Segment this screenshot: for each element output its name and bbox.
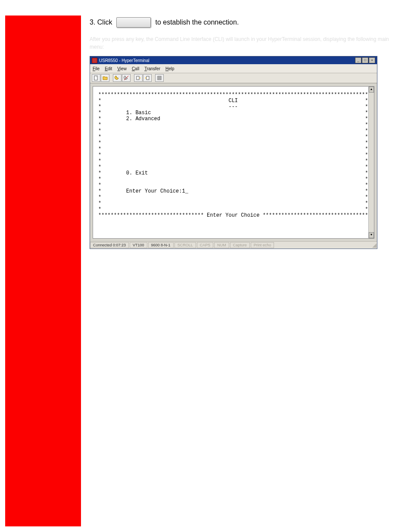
status-scroll: SCROLL — [174, 242, 196, 248]
main-content: 3. Click to establish the connection. Af… — [90, 17, 400, 249]
window-titlebar: USR8550 - HyperTerminal _ □ × — [90, 56, 377, 64]
status-capture: Capture — [230, 242, 250, 248]
app-icon — [92, 58, 97, 63]
window-title: USR8550 - HyperTerminal — [99, 58, 149, 63]
menu-bar: File Edit View Call Transfer Help — [90, 64, 377, 73]
window-control-buttons: _ □ × — [355, 57, 375, 63]
toolbar — [90, 73, 377, 84]
status-num: NUM — [214, 242, 229, 248]
phone-connect-icon[interactable] — [113, 74, 121, 82]
minimize-button[interactable]: _ — [355, 57, 361, 63]
resize-grip-icon[interactable] — [371, 242, 377, 248]
new-doc-icon[interactable] — [92, 74, 100, 82]
status-caps: CAPS — [197, 242, 214, 248]
cli-output: ****************************************… — [93, 87, 374, 220]
status-echo: Print echo — [251, 242, 274, 248]
step-3-row: 3. Click to establish the connection. — [90, 17, 400, 28]
intro-paragraph: After you press any key, the Command Lin… — [90, 35, 400, 51]
menu-transfer[interactable]: Transfer — [144, 66, 160, 71]
menu-view[interactable]: View — [117, 66, 127, 71]
status-connected: Connected 0:07:23 — [90, 242, 129, 248]
properties-icon[interactable] — [155, 74, 164, 82]
ok-button-illustration — [116, 17, 151, 28]
open-folder-icon[interactable] — [101, 74, 109, 82]
terminal-body[interactable]: ▲ ▼ ************************************… — [93, 86, 374, 239]
phone-disconnect-icon[interactable] — [122, 74, 131, 82]
svg-rect-2 — [137, 76, 139, 80]
maximize-button[interactable]: □ — [362, 57, 368, 63]
svg-rect-0 — [94, 76, 97, 80]
svg-rect-3 — [146, 76, 149, 80]
scroll-down-icon[interactable]: ▼ — [369, 232, 374, 238]
scroll-up-icon[interactable]: ▲ — [369, 87, 374, 93]
hyperterminal-window: USR8550 - HyperTerminal _ □ × File Edit … — [90, 56, 377, 249]
close-button[interactable]: × — [369, 57, 375, 63]
menu-call[interactable]: Call — [132, 66, 139, 71]
vertical-scrollbar[interactable]: ▲ ▼ — [368, 87, 374, 238]
send-file-icon[interactable] — [134, 74, 143, 82]
receive-file-icon[interactable] — [143, 74, 152, 82]
menu-edit[interactable]: Edit — [105, 66, 112, 71]
status-bar: Connected 0:07:23 VT100 9600 8-N-1 SCROL… — [90, 241, 377, 249]
step-3-suffix: to establish the connection. — [155, 19, 239, 26]
status-settings: 9600 8-N-1 — [148, 242, 174, 248]
step-3-prefix: 3. Click — [90, 19, 112, 26]
menu-file[interactable]: File — [93, 66, 100, 71]
status-emulation: VT100 — [130, 242, 147, 248]
left-red-sidebar — [5, 16, 81, 526]
menu-help[interactable]: Help — [165, 66, 174, 71]
